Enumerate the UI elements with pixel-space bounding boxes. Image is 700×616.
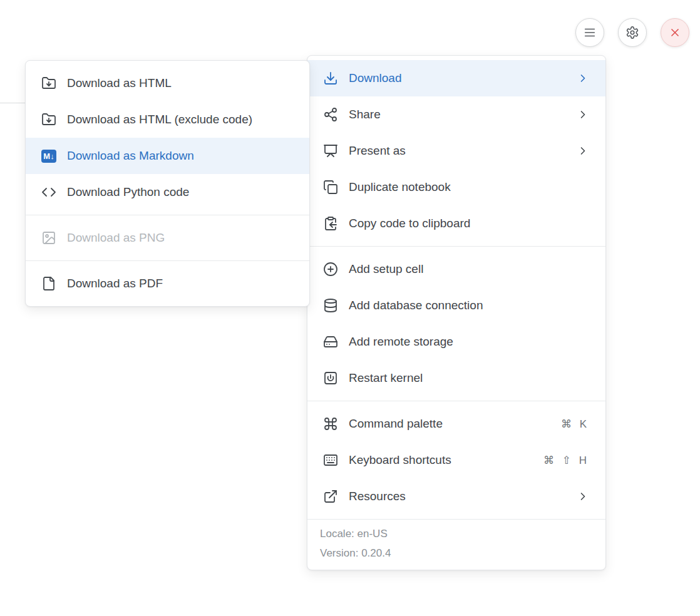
menu-item-label: Present as [349,144,569,158]
menu-item-share[interactable]: Share [307,96,605,133]
menu-section-primary: Download Share Present as [307,56,605,246]
hard-drive-icon [323,334,338,349]
menu-item-duplicate-notebook[interactable]: Duplicate notebook [307,169,605,205]
submenu-item-download-as-html-exclude-code[interactable]: Download as HTML (exclude code) [26,101,309,138]
menu-item-label: Download as PDF [67,277,293,290]
menu-item-label: Duplicate notebook [349,180,589,194]
shortcut-hint: ⌘ K [561,418,589,431]
menu-item-label: Add remote storage [349,335,589,349]
folder-down-icon [41,112,56,127]
chevron-right-icon [577,145,589,157]
gear-icon [625,26,639,39]
circle-plus-icon [323,262,338,277]
version-text: Version: 0.20.4 [320,543,593,563]
code-icon [41,185,56,200]
chevron-right-icon [577,72,589,85]
folder-down-icon [41,76,56,91]
x-icon [669,26,681,39]
hamburger-icon [583,26,597,39]
menu-item-download[interactable]: Download [307,60,605,96]
menu-item-command-palette[interactable]: Command palette ⌘ K [307,406,605,442]
download-icon [323,71,338,86]
menu-item-restart-kernel[interactable]: Restart kernel [307,360,605,396]
image-icon [41,230,56,245]
submenu-item-download-as-html[interactable]: Download as HTML [26,65,309,101]
file-icon [41,276,56,291]
menu-item-label: Download [349,71,569,85]
menu-item-label: Keyboard shortcuts [349,453,543,467]
menu-item-label: Download Python code [67,185,293,199]
submenu-item-download-as-png: Download as PNG [26,220,309,256]
locale-text: Locale: en-US [320,524,593,543]
duplicate-icon [323,180,338,195]
chevron-right-icon [577,490,589,503]
menu-item-label: Share [349,108,569,121]
submenu-section-png: Download as PNG [26,215,309,260]
external-link-icon [323,489,338,504]
submenu-item-download-as-pdf[interactable]: Download as PDF [26,265,309,302]
menu-item-label: Restart kernel [349,371,589,385]
menu-item-resources[interactable]: Resources [307,478,605,515]
menu-item-label: Download as HTML [67,76,293,90]
menu-item-add-remote-storage[interactable]: Add remote storage [307,324,605,360]
menu-item-label: Resources [349,490,569,503]
menu-item-label: Add setup cell [349,262,589,276]
menu-item-add-setup-cell[interactable]: Add setup cell [307,251,605,287]
submenu-item-download-python-code[interactable]: Download Python code [26,174,309,210]
menu-item-label: Command palette [349,417,561,431]
submenu-section-html: Download as HTML Download as HTML (exclu… [26,61,309,215]
menu-button[interactable] [575,18,604,47]
menu-item-copy-code[interactable]: Copy code to clipboard [307,205,605,242]
database-icon [323,298,338,313]
command-icon [323,416,338,431]
menu-section-kernel: Add setup cell Add database connection A… [307,246,605,401]
clipboard-copy-icon [323,216,338,231]
menu-section-help: Command palette ⌘ K Keyboard shortcuts ⌘… [307,401,605,519]
keyboard-icon [323,453,338,468]
presentation-icon [323,143,338,158]
menu-footer: Locale: en-US Version: 0.20.4 [307,519,605,570]
submenu-section-pdf: Download as PDF [26,260,309,306]
menu-item-label: Copy code to clipboard [349,217,589,230]
page-edge-divider [0,103,26,103]
menu-item-keyboard-shortcuts[interactable]: Keyboard shortcuts ⌘ ⇧ H [307,442,605,478]
download-submenu: Download as HTML Download as HTML (exclu… [25,60,310,307]
submenu-item-download-as-markdown[interactable]: M↓ Download as Markdown [26,138,309,174]
chevron-right-icon [577,108,589,121]
menu-item-present-as[interactable]: Present as [307,133,605,169]
power-icon [323,371,338,386]
shortcut-hint: ⌘ ⇧ H [543,454,589,467]
menu-item-label: Add database connection [349,299,589,312]
notebook-actions-menu: Download Share Present as [307,55,606,570]
menu-item-add-database-connection[interactable]: Add database connection [307,287,605,324]
menu-item-label: Download as HTML (exclude code) [67,113,293,126]
markdown-badge-icon: M↓ [41,148,56,163]
share-icon [323,107,338,122]
settings-button[interactable] [618,18,647,47]
menu-item-label: Download as Markdown [67,149,293,163]
close-button[interactable] [661,18,689,47]
menu-item-label: Download as PNG [67,231,293,245]
